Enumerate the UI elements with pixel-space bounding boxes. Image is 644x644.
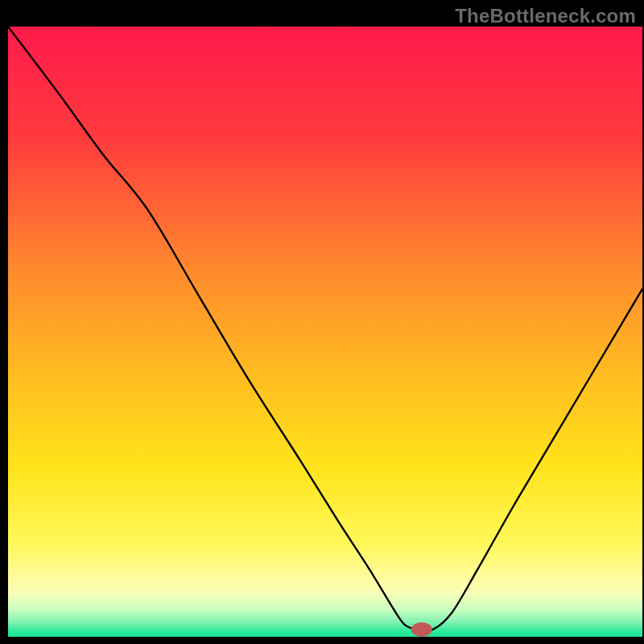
plot-background	[8, 27, 642, 637]
watermark-text: TheBottleneck.com	[455, 5, 636, 27]
chart-frame: TheBottleneck.com	[0, 0, 644, 644]
chart-svg	[0, 0, 644, 644]
optimum-marker	[411, 622, 432, 637]
